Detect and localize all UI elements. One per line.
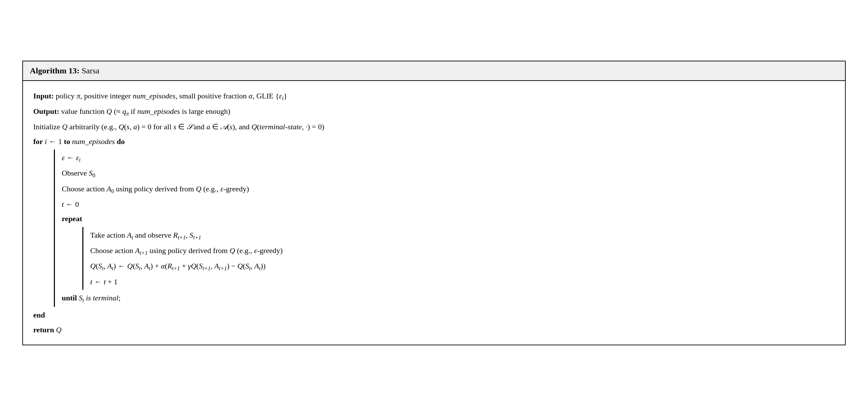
inner-bar [82, 227, 83, 290]
for-body-block: ε ← εi Observe S0 Choose action A0 using… [33, 150, 835, 307]
take-action-text: Take action At and observe Rt+1, St+1 [90, 231, 201, 239]
choose-a0-text: Choose action A0 using policy derived fr… [62, 184, 249, 193]
t-increment-text: t ← t + 1 [90, 277, 118, 286]
observe-text: Observe S0 [62, 169, 95, 177]
end-keyword: end [33, 311, 45, 319]
algorithm-container: Algorithm 13: Sarsa Input: policy π, pos… [22, 61, 846, 346]
until-line: until St is terminal; [62, 291, 835, 305]
input-label: Input: [33, 92, 54, 100]
algorithm-header: Algorithm 13: Sarsa [23, 61, 845, 81]
t-increment-line: t ← t + 1 [90, 275, 835, 288]
t-assign-line: t ← 0 [62, 198, 835, 211]
output-line: Output: value function Q (≈ qπ if num_ep… [33, 105, 835, 119]
t-assign-text: t ← 0 [62, 200, 79, 208]
repeat-body-content: Take action At and observe Rt+1, St+1 Ch… [90, 227, 835, 290]
output-text: value function Q (≈ qπ if num_episodes i… [61, 107, 230, 116]
initialize-text: Initialize Q arbitrarily (e.g., Q(s, a) … [33, 122, 324, 131]
return-value: Q [56, 325, 61, 334]
epsilon-assign-text: ε ← εi [62, 153, 81, 162]
input-line: Input: policy π, positive integer num_ep… [33, 89, 835, 103]
for-content: i ← 1 to num_episodes do [45, 137, 125, 146]
q-update-line: Q(St, At) ← Q(St, At) + α(Rt+1 + γQ(St+1… [90, 260, 835, 273]
repeat-line: repeat [62, 212, 835, 225]
observe-line: Observe S0 [62, 167, 835, 180]
q-update-text: Q(St, At) ← Q(St, At) + α(Rt+1 + γQ(St+1… [90, 262, 266, 270]
repeat-body-block: Take action At and observe Rt+1, St+1 Ch… [62, 227, 835, 290]
end-line: end [33, 309, 835, 321]
for-body-content: ε ← εi Observe S0 Choose action A0 using… [62, 150, 835, 307]
for-keyword: for [33, 137, 43, 146]
return-line: return Q [33, 323, 835, 336]
repeat-keyword: repeat [62, 214, 82, 223]
algorithm-title-name: Sarsa [82, 66, 99, 75]
choose-at1-text: Choose action At+1 using policy derived … [90, 246, 283, 255]
until-text: St is terminal; [79, 294, 121, 302]
outer-bar [54, 150, 55, 307]
epsilon-assign-line: ε ← εi [62, 151, 835, 165]
output-label: Output: [33, 107, 59, 116]
choose-a0-line: Choose action A0 using policy derived fr… [62, 182, 835, 196]
for-line: for i ← 1 to num_episodes do [33, 135, 835, 148]
initialize-line: Initialize Q arbitrarily (e.g., Q(s, a) … [33, 120, 835, 133]
choose-at1-line: Choose action At+1 using policy derived … [90, 244, 835, 258]
return-keyword: return [33, 325, 54, 334]
algorithm-title-label: Algorithm 13: [30, 66, 80, 75]
until-keyword: until [62, 294, 77, 302]
input-text: policy π, positive integer num_episodes,… [56, 92, 287, 100]
algorithm-body: Input: policy π, positive integer num_ep… [23, 81, 845, 345]
take-action-line: Take action At and observe Rt+1, St+1 [90, 229, 835, 242]
